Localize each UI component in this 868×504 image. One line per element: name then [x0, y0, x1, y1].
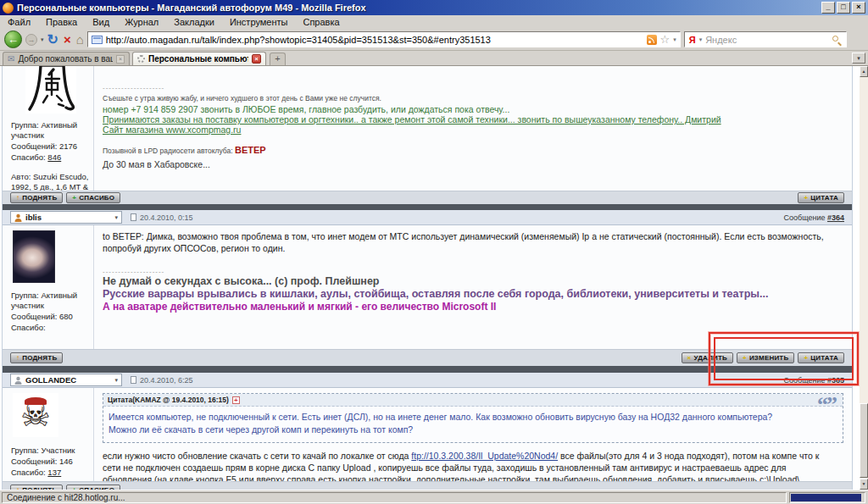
- signature-line: Русские варвары врывались в кишлаки, аул…: [103, 288, 843, 301]
- quote-text: Имеется компьютер, не подключенный к сет…: [103, 407, 843, 442]
- url-dropdown-icon[interactable]: ▾: [673, 36, 676, 43]
- signature-aphorism: Съешьте с утра живую жабу, и ничего худш…: [103, 94, 843, 102]
- forward-button[interactable]: →: [25, 34, 37, 46]
- vertical-scrollbar[interactable]: ▲ ▼: [860, 66, 868, 490]
- refresh-button[interactable]: ↻: [47, 33, 58, 47]
- post-author-sidebar: ☠ Группа: Участник Сообщений: 146 Спасиб…: [3, 388, 94, 481]
- post-date: 20.4.2010, 0:15: [131, 213, 193, 222]
- scroll-down-icon[interactable]: ▼: [860, 479, 868, 490]
- home-button[interactable]: ⌂: [76, 33, 84, 46]
- red-highlight-annotation: [709, 332, 859, 385]
- post-author-sidebar: Группа: Активный участник Сообщений: 680…: [3, 225, 94, 349]
- author-messages: Сообщений: 680: [11, 312, 90, 322]
- menu-file[interactable]: Файл: [0, 17, 38, 27]
- tab-close-icon[interactable]: ×: [252, 54, 261, 64]
- signature-divider: --------------------: [103, 269, 843, 275]
- menu-view[interactable]: Вид: [85, 17, 117, 27]
- mail-favicon-icon: ✉: [8, 55, 14, 64]
- post-footer: ↑ПОДНЯТЬ +СПАСИБО: [3, 481, 852, 490]
- quote-expand-icon[interactable]: +: [232, 396, 240, 404]
- menu-bookmarks[interactable]: Закладки: [166, 17, 222, 27]
- signature-phone-line: номер +7 914 859 2907 звонить в ЛЮБОЕ вр…: [103, 104, 843, 114]
- navigation-toolbar: ← → ▾ ↻ × ⌂ http://auto.magadan.ru/talk/…: [0, 29, 868, 51]
- post-text: если нужно чисто обновление скачать с се…: [103, 450, 843, 481]
- raise-button[interactable]: ↑ПОДНЯТЬ: [10, 352, 63, 363]
- user-dropdown[interactable]: GOLLANDEC ▾: [10, 374, 122, 386]
- message-number: Сообщение #364: [783, 213, 844, 222]
- thanks-count-link[interactable]: 137: [47, 468, 61, 477]
- ftp-link[interactable]: ftp://10.3.200.38/Il_Update%20Nod4/: [411, 451, 558, 461]
- raise-button[interactable]: ↑ПОДНЯТЬ: [10, 192, 63, 203]
- tab-forum-active[interactable]: Персональные компьютеры - ... ×: [132, 52, 266, 65]
- post-row: Группа: Активный участник Сообщений: 217…: [3, 66, 852, 191]
- message-number-link[interactable]: #364: [827, 213, 844, 222]
- search-icon[interactable]: [832, 35, 842, 45]
- page-content: Группа: Активный участник Сообщений: 217…: [0, 66, 860, 490]
- status-text: Соединение с hit28.hotlog.ru...: [2, 492, 787, 503]
- chevron-down-icon: ▾: [114, 214, 118, 221]
- menu-tools[interactable]: Инструменты: [222, 17, 296, 27]
- menu-history[interactable]: Журнал: [117, 17, 166, 27]
- author-thanks: Спасибо:: [11, 323, 90, 333]
- minimize-button[interactable]: _: [821, 2, 835, 14]
- thanks-count-link[interactable]: 846: [47, 152, 61, 162]
- list-all-tabs-icon[interactable]: ▾: [852, 53, 865, 64]
- firefox-icon: [3, 3, 14, 14]
- plus-icon: +: [804, 195, 808, 202]
- signature-callsign-line: Позывной в LPD радиосети автоклуба: ВЕТЕ…: [103, 145, 843, 155]
- history-dropdown-icon[interactable]: ▾: [41, 36, 44, 43]
- scrollbar-thumb[interactable]: [860, 403, 868, 478]
- search-box[interactable]: Я ▾ Яндекс: [684, 31, 847, 47]
- author-group: Группа: Активный участник: [11, 120, 90, 141]
- avatar: [13, 230, 55, 283]
- status-bar: Соединение с hit28.hotlog.ru...: [0, 490, 868, 504]
- author-thanks: Спасибо: 137: [11, 468, 90, 478]
- signature-line: Не думай о секундах с высока... (с) проф…: [103, 275, 843, 288]
- menu-bar: Файл Правка Вид Журнал Закладки Инструме…: [0, 15, 868, 29]
- thanks-button[interactable]: +СПАСИБО: [66, 192, 120, 203]
- yandex-icon: Я: [689, 35, 696, 45]
- back-button[interactable]: ←: [4, 30, 22, 48]
- tab-label: Персональные компьютеры - ...: [148, 54, 248, 64]
- url-bar[interactable]: http://auto.magadan.ru/talk/index.php?sh…: [87, 31, 681, 47]
- search-input[interactable]: Яндекс: [705, 35, 828, 45]
- page-favicon: [92, 36, 103, 44]
- quote-header: Цитата(KAMAZ @ 19.4.2010, 16:15) +: [103, 394, 843, 407]
- signature-line: А на аватаре действительно маленький и м…: [103, 301, 843, 313]
- scroll-up-icon[interactable]: ▲: [860, 66, 868, 77]
- close-button[interactable]: ×: [852, 2, 865, 14]
- post-date: 20.4.2010, 6:25: [131, 376, 193, 385]
- quote-button[interactable]: +ЦИТАТА: [798, 192, 844, 203]
- stop-button[interactable]: ×: [62, 33, 73, 46]
- maximize-button[interactable]: □: [837, 2, 850, 14]
- new-tab-button[interactable]: +: [270, 53, 286, 65]
- post-row: ☠ Группа: Участник Сообщений: 146 Спасиб…: [3, 388, 852, 481]
- menu-edit[interactable]: Правка: [38, 17, 85, 27]
- search-engine-dropdown-icon[interactable]: ▾: [699, 36, 703, 43]
- signature-link[interactable]: Принимаются заказы на поставку компьютер…: [103, 114, 843, 125]
- callsign: ВЕТЕР: [235, 145, 266, 155]
- signature-divider: --------------------: [103, 85, 843, 91]
- post-text: to ВЕТЕР: Димка, возможно твоя проблема …: [103, 230, 843, 254]
- forum-topic-table: Группа: Активный участник Сообщений: 217…: [2, 66, 853, 490]
- progress-bar: [789, 492, 865, 503]
- author-thanks: Спасибо: 846: [11, 152, 90, 163]
- rss-icon[interactable]: [647, 35, 657, 45]
- author-messages: Сообщений: 146: [11, 457, 90, 467]
- author-group: Группа: Участник: [11, 446, 90, 456]
- up-arrow-icon: ↑: [16, 355, 19, 362]
- signature-site-link[interactable]: Сайт магазина www.xcompmag.ru: [103, 125, 843, 135]
- author-group: Группа: Активный участник: [11, 291, 90, 311]
- tab-label: Добро пожаловать в ваш почтовый ...: [18, 54, 113, 64]
- tab-mail[interactable]: ✉ Добро пожаловать в ваш почтовый ... ×: [3, 52, 130, 65]
- menu-help[interactable]: Справка: [295, 17, 347, 27]
- url-input[interactable]: http://auto.magadan.ru/talk/index.php?sh…: [106, 35, 643, 45]
- quote-marks-icon: “”: [817, 392, 836, 418]
- bookmark-star-icon[interactable]: ☆: [660, 35, 670, 45]
- loading-spinner-icon: [137, 55, 145, 63]
- title-bar: Персональные компьютеры - Магаданский ав…: [0, 0, 868, 15]
- username: GOLLANDEC: [25, 375, 76, 385]
- user-dropdown[interactable]: iblis ▾: [10, 211, 122, 224]
- post-separator: [3, 204, 852, 210]
- tab-close-icon[interactable]: ×: [116, 55, 125, 64]
